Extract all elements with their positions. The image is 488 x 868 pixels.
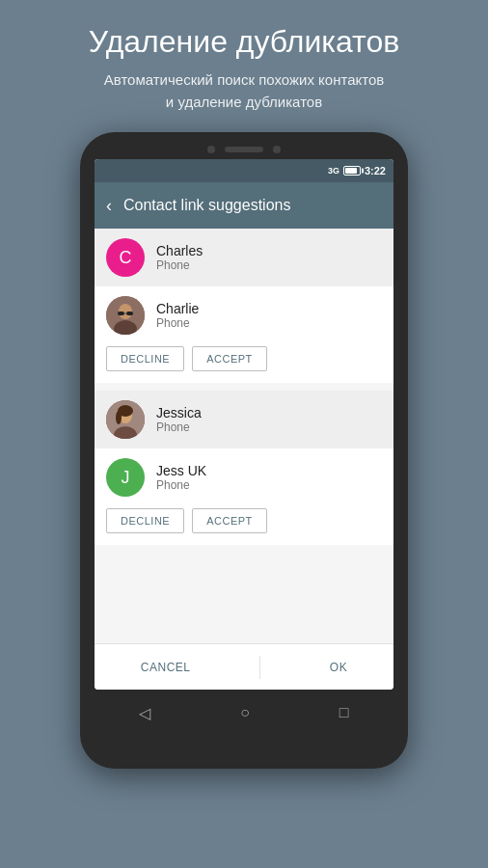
battery-fill: [345, 168, 357, 174]
avatar-jessuk: J: [106, 458, 145, 497]
time-display: 3:22: [365, 165, 386, 176]
contact-info-jessuk: Jess UK Phone: [156, 463, 206, 492]
contact-name-jessuk: Jess UK: [156, 463, 206, 478]
contact-source-jessica: Phone: [156, 420, 202, 434]
avatar-charles: C: [106, 238, 145, 277]
status-icons: 3G 3:22: [328, 165, 386, 176]
svg-point-10: [116, 411, 122, 424]
action-buttons-group1: DECLINE ACCEPT: [95, 339, 393, 383]
status-bar: 3G 3:22: [95, 159, 393, 182]
avatar-letter-jessuk: J: [122, 468, 130, 488]
secondary-contact-charlie: Charlie Phone: [95, 286, 393, 339]
camera: [207, 146, 215, 153]
contact-info-charlie: Charlie Phone: [156, 301, 199, 330]
contact-info-charles: Charles Phone: [156, 243, 203, 272]
bottom-divider: [259, 656, 260, 679]
nav-home[interactable]: ○: [240, 704, 250, 721]
screen: 3G 3:22 ‹ Contact link suggestions C: [95, 159, 393, 690]
phone-frame: 3G 3:22 ‹ Contact link suggestions C: [80, 132, 408, 769]
app-bar: ‹ Contact link suggestions: [95, 182, 393, 229]
phone-top-bar: [90, 146, 398, 153]
charlie-photo: [106, 296, 145, 335]
top-section: Удаление дубликатов Автоматический поиск…: [0, 0, 488, 132]
camera-right: [273, 146, 281, 153]
avatar-letter-charles: C: [120, 248, 132, 268]
decline-button-2[interactable]: DECLINE: [106, 508, 184, 533]
contact-source-jessuk: Phone: [156, 478, 206, 492]
phone-nav: ◁ ○ □: [95, 695, 393, 730]
speaker: [225, 147, 263, 152]
contact-group-1: C Charles Phone: [95, 229, 393, 383]
back-button[interactable]: ‹: [106, 196, 112, 216]
top-title: Удаление дубликатов: [19, 23, 469, 60]
nav-recents[interactable]: □: [339, 704, 349, 721]
primary-contact-jessica: Jessica Phone: [95, 391, 393, 448]
primary-contact-charles: C Charles Phone: [95, 229, 393, 286]
contact-source-charlie: Phone: [156, 316, 199, 330]
bottom-bar: CANCEL OK: [95, 643, 393, 690]
ok-button[interactable]: OK: [307, 649, 370, 686]
svg-rect-3: [118, 312, 124, 315]
avatar-charlie: [106, 296, 145, 335]
avatar-jessica: [106, 400, 145, 439]
contact-name-jessica: Jessica: [156, 405, 202, 420]
contact-source-charles: Phone: [156, 258, 203, 272]
jessica-photo: [106, 400, 145, 439]
contact-group-2: Jessica Phone J Jess UK Phone DECLINE A: [95, 391, 393, 545]
svg-rect-4: [126, 312, 133, 315]
decline-button-1[interactable]: DECLINE: [106, 346, 184, 371]
cancel-button[interactable]: CANCEL: [118, 649, 214, 686]
nav-back[interactable]: ◁: [139, 704, 150, 722]
contact-name-charlie: Charlie: [156, 301, 199, 316]
signal-icon: 3G: [328, 166, 339, 176]
battery-icon: [343, 166, 361, 176]
action-buttons-group2: DECLINE ACCEPT: [95, 501, 393, 545]
top-subtitle: Автоматический поиск похожих контактови …: [19, 69, 469, 113]
accept-button-2[interactable]: ACCEPT: [192, 508, 267, 533]
secondary-contact-jessuk: J Jess UK Phone: [95, 448, 393, 501]
contact-name-charles: Charles: [156, 243, 203, 258]
content-area: C Charles Phone: [95, 229, 393, 643]
app-bar-title: Contact link suggestions: [123, 197, 290, 214]
contact-info-jessica: Jessica Phone: [156, 405, 202, 434]
accept-button-1[interactable]: ACCEPT: [192, 346, 267, 371]
